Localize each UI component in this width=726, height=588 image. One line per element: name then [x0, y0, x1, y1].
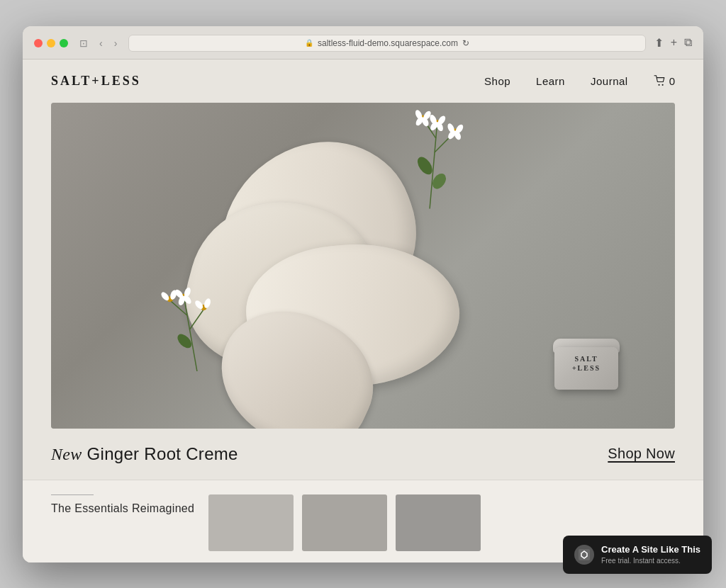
lock-icon: 🔒	[305, 39, 313, 47]
product-thumb-1[interactable]	[208, 494, 294, 551]
new-tab-icon[interactable]: +	[671, 36, 677, 50]
website-content: SALT+LESS Shop Learn Journal 0	[23, 60, 703, 562]
address-bar[interactable]: 🔒 saltless-fluid-demo.squarespace.com ↻	[128, 35, 645, 52]
svg-point-1	[661, 84, 663, 86]
shop-now-button[interactable]: Shop Now	[608, 446, 675, 462]
essentials-divider	[51, 494, 94, 495]
duplicate-icon[interactable]: ⧉	[684, 36, 692, 50]
browser-actions: ⬆ + ⧉	[654, 36, 692, 50]
essentials-text: The Essentials Reimagined	[51, 502, 194, 515]
hero-image-container: SALT +LESS	[51, 103, 675, 429]
browser-chrome: ⊡ ‹ › 🔒 saltless-fluid-demo.squarespace.…	[23, 26, 703, 60]
site-logo[interactable]: SALT+LESS	[51, 74, 141, 89]
url-text: saltless-fluid-demo.squarespace.com	[318, 38, 458, 48]
minimize-button[interactable]	[47, 39, 55, 47]
squarespace-cta-sub: Free trial. Instant access.	[601, 556, 700, 565]
back-button[interactable]: ‹	[96, 36, 106, 50]
forward-button[interactable]: ›	[111, 36, 121, 50]
browser-controls: ⊡ ‹ ›	[77, 36, 120, 50]
product-title-rest: Ginger Root Creme	[82, 444, 238, 463]
cart-icon	[654, 75, 666, 86]
product-thumb-2[interactable]	[302, 494, 387, 551]
nav-learn[interactable]: Learn	[536, 75, 565, 87]
svg-line-23	[186, 308, 207, 329]
jar-label-line2: +LESS	[562, 363, 611, 373]
product-jar: SALT +LESS	[554, 347, 618, 400]
squarespace-logo-icon	[579, 549, 590, 560]
svg-point-0	[658, 84, 659, 86]
cart-icon-wrapper[interactable]: 0	[654, 75, 675, 87]
hero-image: SALT +LESS	[51, 103, 675, 429]
product-info-bar: New Ginger Root Creme Shop Now	[23, 429, 703, 480]
maximize-button[interactable]	[60, 39, 68, 47]
cart-count: 0	[669, 75, 675, 87]
jar-body: SALT +LESS	[554, 347, 618, 390]
site-header: SALT+LESS Shop Learn Journal 0	[23, 60, 703, 103]
close-button[interactable]	[34, 39, 43, 47]
squarespace-logo	[574, 545, 594, 565]
nav-shop[interactable]: Shop	[484, 75, 510, 87]
squarespace-cta-text: Create A Site Like This Free trial. Inst…	[601, 544, 700, 565]
essentials-text-container: The Essentials Reimagined	[51, 494, 194, 515]
flower-group-1	[394, 106, 474, 214]
jar-label: SALT +LESS	[562, 354, 611, 373]
refresh-icon[interactable]: ↻	[462, 38, 469, 48]
site-nav: Shop Learn Journal 0	[484, 75, 675, 87]
squarespace-cta-banner[interactable]: Create A Site Like This Free trial. Inst…	[563, 536, 712, 574]
browser-window: ⊡ ‹ › 🔒 saltless-fluid-demo.squarespace.…	[23, 26, 703, 562]
svg-point-20	[415, 154, 435, 176]
product-thumb-3[interactable]	[396, 494, 481, 551]
traffic-lights	[34, 39, 68, 47]
svg-line-22	[184, 298, 197, 371]
product-title-italic: New	[51, 445, 82, 463]
product-title: New Ginger Root Creme	[51, 444, 238, 464]
flower-svg-1	[394, 106, 474, 211]
squarespace-cta-main: Create A Site Like This	[601, 544, 700, 556]
nav-journal[interactable]: Journal	[591, 75, 628, 87]
jar-label-line1: SALT	[562, 354, 611, 363]
share-icon[interactable]: ⬆	[654, 36, 664, 50]
window-icon[interactable]: ⊡	[77, 36, 91, 50]
